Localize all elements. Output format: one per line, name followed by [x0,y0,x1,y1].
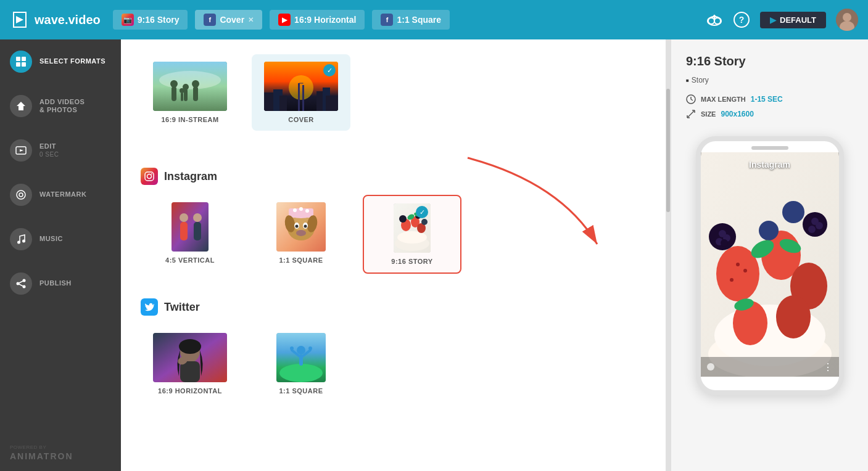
svg-line-25 [18,281,24,284]
sidebar-item-music[interactable]: MUSIC [0,217,121,261]
youtube-icon: ▶ [278,14,291,26]
clock-icon [686,94,696,104]
home-icon [15,100,27,112]
svg-point-49 [147,174,152,179]
facebook-icon: f [204,14,216,26]
svg-point-77 [399,215,407,223]
svg-rect-35 [181,92,183,101]
avatar-image [836,9,858,31]
phone-bottom-bar: ⋮ [701,357,839,377]
format-card-horizontal-tw[interactable]: 16:9 HORIZONTAL [141,326,239,402]
svg-rect-12 [22,57,26,61]
yoga-image [276,333,326,382]
sidebar-item-publish[interactable]: PUBLISH [0,261,121,306]
share-icon [15,278,27,289]
svg-point-114 [730,278,734,282]
svg-point-94 [290,346,294,350]
panel-size: SIZE 900x1600 [686,109,853,119]
svg-point-50 [151,173,152,174]
instagram-logo [144,171,154,181]
svg-line-26 [18,284,24,287]
format-card-square-tw[interactable]: 1:1 SQUARE [252,326,350,402]
svg-point-38 [289,75,313,100]
format-card-story-ig[interactable]: ✓ 9:16 STORY [363,195,461,274]
avatar[interactable] [836,9,858,31]
story-thumbnail: ✓ [394,203,431,253]
panel-meta: MAX LENGTH 1-15 SEC SIZE 900x1600 [686,94,853,119]
tab-horizontal[interactable]: ▶ 16:9 Horizontal [270,10,365,30]
svg-rect-33 [193,86,198,101]
svg-rect-48 [145,172,154,181]
svg-point-121 [808,226,816,233]
svg-point-36 [180,88,184,93]
svg-rect-29 [172,86,176,101]
cloud-button[interactable] [706,13,723,27]
sidebar-item-add-videos[interactable]: ADD VIDEOS & PHOTOS [0,84,121,128]
svg-point-20 [17,241,20,244]
woman-image [153,333,227,382]
sidebar-item-watermark[interactable]: WATERMARK [0,173,121,217]
facebook-icon-2: f [381,14,393,26]
svg-rect-13 [16,62,20,67]
scrollbar-thumb[interactable] [666,89,670,212]
help-button[interactable]: ? [733,11,750,28]
svg-marker-17 [20,149,23,152]
watermark-icon [15,189,27,200]
phone-more-button: ⋮ [823,361,833,373]
format-card-vertical[interactable]: 4:5 VERTICAL [141,195,239,274]
svg-point-119 [721,239,728,247]
square-tw-thumbnail [276,333,326,382]
svg-point-86 [179,339,201,354]
twitter-section-icon [141,298,158,316]
panel-max-length: MAX LENGTH 1-15 SEC [686,94,853,104]
svg-text:?: ? [739,15,745,25]
svg-point-9 [843,13,851,22]
svg-point-63 [305,209,309,213]
phone-mockup-container: Instagram ⋮ [686,126,853,405]
panel-title: 9:16 Story [686,54,853,68]
svg-point-19 [19,193,23,197]
logo-icon [10,10,30,30]
svg-rect-41 [279,96,287,111]
svg-rect-45 [298,83,300,111]
twitter-format-row: 16:9 HORIZONTAL [141,326,646,402]
instagram-icon: 📷 [122,14,134,26]
twitter-logo [144,302,154,312]
grid-icon [15,56,27,67]
tab-story[interactable]: 📷 9:16 Story [113,10,188,30]
svg-marker-1 [16,16,23,23]
svg-point-3 [708,18,714,24]
format-card-square-ig[interactable]: 1:1 SQUARE [252,195,350,274]
format-card-instream[interactable]: 16:9 IN-STREAM [141,54,239,131]
header: wave.video 📷 9:16 Story f Cover ✕ ▶ 16:9… [0,0,868,39]
publish-icon-wrap [10,272,32,295]
svg-point-95 [308,346,312,350]
svg-point-4 [714,18,721,24]
svg-point-123 [811,218,819,225]
sidebar: SELECT FORMATS ADD VIDEOS & PHOTOS [0,39,121,471]
svg-rect-55 [194,222,201,240]
instagram-format-row: 4:5 VERTICAL [141,195,646,274]
content-area: 16:9 IN-STREAM [121,39,666,471]
svg-point-125 [759,221,779,240]
horizontal-tw-thumbnail [153,333,227,382]
format-card-cover[interactable]: ✓ COVER [252,54,350,131]
instagram-section-icon [141,168,158,185]
sidebar-item-select-formats[interactable]: SELECT FORMATS [0,39,121,84]
music-icon-wrap [10,228,32,250]
facebook-top-row: 16:9 IN-STREAM [141,54,646,143]
phone-screen: Instagram ⋮ [701,152,839,377]
vertical-thumbnail [172,202,209,252]
svg-point-62 [299,207,303,211]
logo: wave.video [10,10,101,30]
svg-point-30 [170,80,178,88]
tab-cover[interactable]: f Cover ✕ [195,10,262,30]
phone-speaker [751,146,788,150]
svg-point-90 [297,346,305,354]
default-button[interactable]: ▶ DEFAULT [760,12,826,28]
dog-image [276,202,326,252]
sidebar-item-edit[interactable]: EDIT 0 sec [0,128,121,173]
svg-rect-53 [180,222,188,240]
tab-square[interactable]: f 1:1 Square [372,10,450,30]
svg-point-111 [776,295,811,338]
